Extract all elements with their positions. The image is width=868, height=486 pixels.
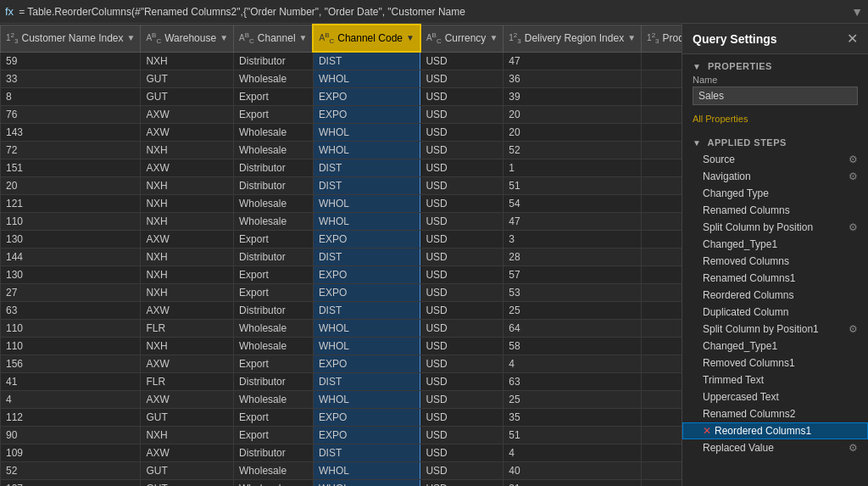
step-gear-icon-source[interactable]: ⚙ [849,154,858,165]
cell-r2-c6 [642,88,682,106]
properties-triangle-icon: ▼ [693,62,701,71]
column-header-warehouse[interactable]: ABCWarehouse▼ [141,25,234,52]
table-row[interactable]: 20NXHDistributorDISTUSD51 [1,177,682,195]
step-item-navigation[interactable]: Navigation⚙ [682,168,868,185]
cell-r17-c4: USD [420,355,504,373]
text-type-icon: ABC [146,31,161,45]
column-header-currency[interactable]: ABCCurrency▼ [420,25,504,52]
cell-r2-c5: 39 [504,88,642,106]
table-row[interactable]: 8GUTExportEXPOUSD39 [1,88,682,106]
cell-r24-c6 [642,480,682,487]
table-row[interactable]: 33GUTWholesaleWHOLUSD36 [1,70,682,88]
table-row[interactable]: 76AXWExportEXPOUSD20 [1,106,682,124]
cell-r11-c6 [642,249,682,266]
cell-r0-c6 [642,52,682,70]
cell-r14-c4: USD [420,302,504,320]
cell-r4-c0: 143 [1,124,141,142]
step-item-duplicated-column[interactable]: Duplicated Column [682,304,868,321]
table-row[interactable]: 121NXHWholesaleWHOLUSD54 [1,195,682,213]
table-row[interactable]: 4AXWWholesaleWHOLUSD25 [1,391,682,409]
table-row[interactable]: 41FLRDistributorDISTUSD63 [1,373,682,391]
column-sort-icon-channel-code[interactable]: ▼ [406,33,415,42]
column-header-channel[interactable]: ABCChannel▼ [234,25,314,52]
step-item-changed-type[interactable]: Changed Type [682,185,868,202]
table-row[interactable]: 130AXWExportEXPOUSD3 [1,231,682,249]
step-item-reordered-columns[interactable]: Reordered Columns [682,287,868,304]
cell-r23-c4: USD [420,462,504,480]
cell-r22-c4: USD [420,444,504,462]
table-row[interactable]: 144NXHDistributorDISTUSD28 [1,249,682,266]
all-properties-link[interactable]: All Properties [682,112,868,131]
text-type-icon: ABC [239,31,254,45]
table-row[interactable]: 27NXHExportEXPOUSD53 [1,284,682,302]
column-sort-icon-customer-name-index[interactable]: ▼ [127,33,136,42]
step-gear-icon-navigation[interactable]: ⚙ [849,170,858,182]
step-gear-icon-replaced-value[interactable]: ⚙ [849,442,858,454]
table-row[interactable]: 90NXHExportEXPOUSD51 [1,427,682,444]
table-row[interactable]: 110NXHWholesaleWHOLUSD47 [1,213,682,231]
step-item-split-column-position1[interactable]: Split Column by Position1⚙ [682,321,868,338]
step-item-renamed-columns[interactable]: Renamed Columns [682,202,868,219]
table-row[interactable]: 151AXWDistributorDISTUSD1 [1,159,682,177]
cell-r22-c5: 4 [504,444,642,462]
step-label-navigation: Navigation [703,170,845,182]
step-item-source[interactable]: Source⚙ [682,151,868,168]
cell-r24-c2: Wholesale [234,480,314,487]
table-row[interactable]: 52GUTWholesaleWHOLUSD40 [1,462,682,480]
cell-r24-c1: GUT [141,480,234,487]
query-name-input[interactable] [693,87,858,105]
cell-r11-c2: Distributor [234,249,314,266]
cell-r18-c6 [642,373,682,391]
table-row[interactable]: 143AXWWholesaleWHOLUSD20 [1,124,682,142]
step-item-removed-columns[interactable]: Removed Columns [682,253,868,270]
table-row[interactable]: 127GUTWholesaleWHOLUSD31 [1,480,682,487]
cell-r5-c2: Wholesale [234,142,314,159]
cell-r18-c1: FLR [141,373,234,391]
cell-r3-c0: 76 [1,106,141,124]
table-row[interactable]: 156AXWExportEXPOUSD4 [1,355,682,373]
cell-r23-c0: 52 [1,462,141,480]
cell-r20-c5: 35 [504,409,642,427]
column-header-delivery-region-index[interactable]: 123Delivery Region Index▼ [504,25,642,52]
cell-r20-c2: Export [234,409,314,427]
column-header-channel-code[interactable]: ABCChannel Code▼ [313,25,420,52]
column-header-product[interactable]: 123Product▼ [642,25,682,52]
cell-r2-c0: 8 [1,88,141,106]
step-item-renamed-columns2[interactable]: Renamed Columns2 [682,405,868,422]
column-header-customer-name-index[interactable]: 123Customer Name Index▼ [1,25,141,52]
expand-formula-button[interactable]: ▼ [851,5,863,19]
table-row[interactable]: 72NXHWholesaleWHOLUSD52 [1,142,682,159]
step-item-replaced-value[interactable]: Replaced Value⚙ [682,439,868,456]
cell-r14-c0: 63 [1,302,141,320]
step-item-changed-type1b[interactable]: Changed_Type1 [682,338,868,355]
step-gear-icon-split-column-position[interactable]: ⚙ [849,221,858,233]
cell-r15-c4: USD [420,320,504,338]
step-item-uppercased-text[interactable]: Uppercased Text [682,388,868,405]
step-item-changed-type1[interactable]: Changed_Type1 [682,236,868,253]
table-row[interactable]: 109AXWDistributorDISTUSD4 [1,444,682,462]
step-label-reordered-columns1: Reordered Columns1 [715,425,858,437]
table-row[interactable]: 112GUTExportEXPOUSD35 [1,409,682,427]
column-sort-icon-warehouse[interactable]: ▼ [220,33,228,42]
column-sort-icon-channel[interactable]: ▼ [299,33,308,42]
close-query-settings-button[interactable]: ✕ [847,31,858,47]
step-item-trimmed-text[interactable]: Trimmed Text [682,371,868,388]
column-sort-icon-delivery-region-index[interactable]: ▼ [627,33,636,42]
step-item-removed-columns1[interactable]: Removed Columns1 [682,355,868,371]
step-gear-icon-split-column-position1[interactable]: ⚙ [849,323,858,335]
table-row[interactable]: 110FLRWholesaleWHOLUSD64 [1,320,682,338]
column-sort-icon-currency[interactable]: ▼ [489,33,498,42]
table-row[interactable]: 130NXHExportEXPOUSD57 [1,266,682,284]
cell-r22-c1: AXW [141,444,234,462]
table-row[interactable]: 63AXWDistributorDISTUSD25 [1,302,682,320]
cell-r18-c5: 63 [504,373,642,391]
cell-r1-c3: WHOL [313,70,420,88]
table-wrapper[interactable]: 123Customer Name Index▼ABCWarehouse▼ABCC… [0,24,682,486]
step-item-renamed-columns1[interactable]: Renamed Columns1 [682,270,868,287]
table-row[interactable]: 59NXHDistributorDISTUSD47 [1,52,682,70]
table-row[interactable]: 110NXHWholesaleWHOLUSD58 [1,338,682,355]
step-item-split-column-position[interactable]: Split Column by Position⚙ [682,219,868,236]
cell-r16-c0: 110 [1,338,141,355]
step-item-reordered-columns1[interactable]: ✕Reordered Columns1 [682,422,868,439]
cell-r9-c6 [642,213,682,231]
